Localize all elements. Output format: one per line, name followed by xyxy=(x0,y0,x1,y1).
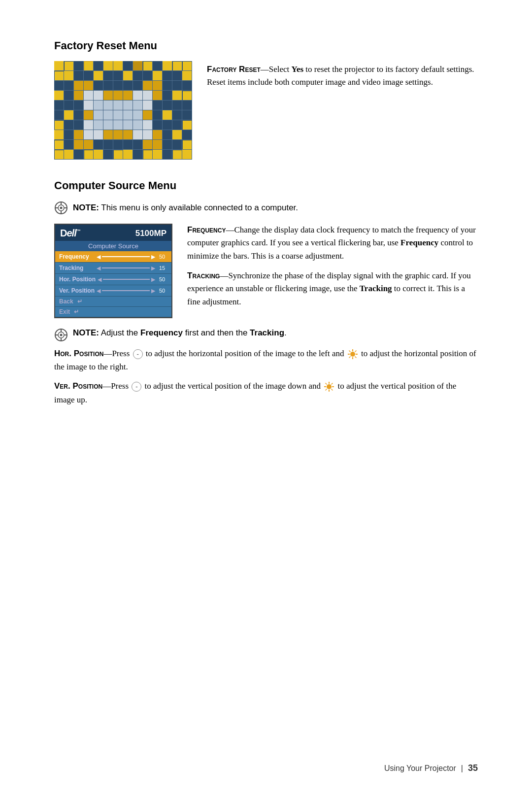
dell-model: 5100MP xyxy=(135,229,166,238)
svg-line-31 xyxy=(326,389,327,391)
note-label-1: NOTE: This menu is only available connec… xyxy=(73,203,298,213)
ver-position-para: Ver. Position—Press to adjust the vertic… xyxy=(54,379,478,406)
note-line-2: NOTE: Adjust the Frequency first and the… xyxy=(54,328,478,342)
svg-line-20 xyxy=(355,357,356,358)
factory-reset-term: Factory Reset xyxy=(207,65,261,74)
footer-page: 35 xyxy=(468,763,478,773)
dell-subtitle: Computer Source xyxy=(55,241,171,251)
sun-plus-icon xyxy=(347,349,358,360)
tracking-description: Tracking—Synchronize the phase of the di… xyxy=(187,269,478,308)
factory-reset-section: Factory Reset Menu Factory Reset—Select … xyxy=(54,39,478,160)
menu-hor-bar: ◀ ▶ 50 xyxy=(98,276,167,283)
sun-icon-2 xyxy=(324,381,334,392)
menu-tracking-bar: ◀ ▶ 15 xyxy=(97,265,167,271)
svg-line-29 xyxy=(332,389,333,391)
menu-item-frequency: Frequency ◀ ▶ 50 xyxy=(55,251,171,263)
svg-line-22 xyxy=(349,357,350,358)
menu-back: Back ↵ xyxy=(55,297,171,307)
menu-frequency-label: Frequency xyxy=(59,253,95,260)
tracking-term: Tracking xyxy=(187,271,220,280)
menu-item-tracking: Tracking ◀ ▶ 15 xyxy=(55,263,171,274)
factory-reset-image xyxy=(54,61,192,160)
note-2-text: NOTE: Adjust the Frequency first and the… xyxy=(73,328,287,338)
svg-line-21 xyxy=(355,351,356,352)
footer-divider: | xyxy=(461,764,463,773)
menu-exit-label: Exit xyxy=(59,308,70,315)
menu-hor-label: Hor. Position xyxy=(59,276,96,283)
menu-tracking-label: Tracking xyxy=(59,265,95,271)
computer-source-title: Computer Source Menu xyxy=(54,179,478,192)
menu-exit-icon: ↵ xyxy=(74,308,79,315)
frequency-description: Frequency—Change the display data clock … xyxy=(187,224,478,263)
menu-back-icon: ↵ xyxy=(77,298,82,305)
footer-text: Using Your Projector xyxy=(384,764,456,773)
menu-exit: Exit ↵ xyxy=(55,307,171,317)
menu-ver-bar: ◀ ▶ 50 xyxy=(97,287,167,294)
menu-frequency-value: 50 xyxy=(157,253,167,260)
svg-point-13 xyxy=(60,334,63,336)
note-line-1: NOTE: This menu is only available connec… xyxy=(54,201,478,215)
menu-item-ver-position: Ver. Position ◀ ▶ 50 xyxy=(55,285,171,297)
menu-ver-label: Ver. Position xyxy=(59,287,95,294)
svg-line-30 xyxy=(332,383,333,385)
menu-descriptions: Frequency—Change the display data clock … xyxy=(187,224,478,318)
dell-menu-header: Dell™ 5100MP xyxy=(55,225,171,241)
menu-tracking-value: 15 xyxy=(157,265,167,271)
svg-point-6 xyxy=(60,207,63,209)
dell-logo-sup: ™ xyxy=(76,229,80,233)
note-icon-2 xyxy=(54,328,68,342)
footer: Using Your Projector | 35 xyxy=(384,763,478,773)
menu-back-label: Back xyxy=(59,298,73,305)
hor-position-term: Hor. Position xyxy=(54,349,103,358)
svg-point-23 xyxy=(327,384,332,389)
minus-circle-icon-2 xyxy=(132,382,141,392)
menu-item-hor-position: Hor. Position ◀ ▶ 50 xyxy=(55,274,171,285)
menu-hor-value: 50 xyxy=(157,276,167,283)
minus-circle-icon xyxy=(133,349,143,359)
computer-source-content: Dell™ 5100MP Computer Source Frequency ◀… xyxy=(54,224,478,318)
computer-source-section: Computer Source Menu NOTE: This menu is … xyxy=(54,179,478,406)
factory-reset-title: Factory Reset Menu xyxy=(54,39,478,52)
ver-position-term: Ver. Position xyxy=(54,381,102,391)
menu-frequency-bar: ◀ ▶ 50 xyxy=(97,253,167,260)
svg-line-28 xyxy=(326,383,327,385)
factory-reset-content: Factory Reset—Select Yes to reset the pr… xyxy=(54,61,478,160)
dell-menu: Dell™ 5100MP Computer Source Frequency ◀… xyxy=(54,224,172,318)
frequency-term: Frequency xyxy=(187,225,226,234)
svg-line-19 xyxy=(349,351,350,352)
menu-ver-value: 50 xyxy=(157,287,167,294)
note-icon xyxy=(54,201,68,215)
hor-position-para: Hor. Position—Press to adjust the horizo… xyxy=(54,347,478,373)
factory-reset-description: Factory Reset—Select Yes to reset the pr… xyxy=(207,61,478,160)
svg-point-14 xyxy=(350,352,355,357)
dell-logo: Dell™ xyxy=(60,228,80,239)
